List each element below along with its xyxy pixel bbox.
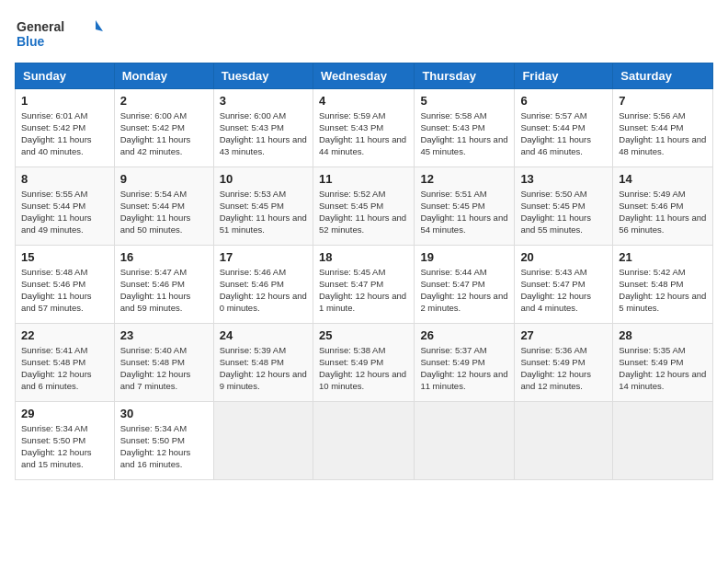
day-info: Sunrise: 5:42 AMSunset: 5:48 PMDaylight:…: [619, 266, 707, 315]
calendar-cell: 5Sunrise: 5:58 AMSunset: 5:43 PMDaylight…: [415, 88, 515, 167]
day-number: 25: [319, 328, 408, 342]
day-info: Sunrise: 5:47 AMSunset: 5:46 PMDaylight:…: [120, 266, 208, 315]
logo: General Blue: [15, 15, 107, 55]
calendar-cell: 21Sunrise: 5:42 AMSunset: 5:48 PMDayligh…: [613, 245, 713, 323]
calendar-cell: [313, 401, 414, 479]
calendar-cell: 13Sunrise: 5:50 AMSunset: 5:45 PMDayligh…: [515, 167, 613, 245]
day-number: 6: [520, 94, 607, 108]
day-info: Sunrise: 5:43 AMSunset: 5:47 PMDaylight:…: [520, 266, 607, 315]
week-row-4: 22Sunrise: 5:41 AMSunset: 5:48 PMDayligh…: [16, 323, 713, 401]
calendar-cell: 23Sunrise: 5:40 AMSunset: 5:48 PMDayligh…: [114, 323, 213, 401]
day-number: 26: [420, 328, 508, 342]
day-number: 20: [520, 250, 607, 264]
calendar-cell: 27Sunrise: 5:36 AMSunset: 5:49 PMDayligh…: [515, 323, 613, 401]
day-info: Sunrise: 6:01 AMSunset: 5:42 PMDaylight:…: [21, 109, 108, 158]
calendar-cell: 17Sunrise: 5:46 AMSunset: 5:46 PMDayligh…: [213, 245, 313, 323]
day-number: 12: [420, 172, 508, 186]
day-number: 10: [220, 172, 307, 186]
calendar-cell: 24Sunrise: 5:39 AMSunset: 5:48 PMDayligh…: [213, 323, 313, 401]
calendar-header-row: SundayMondayTuesdayWednesdayThursdayFrid…: [16, 63, 713, 88]
calendar-cell: 12Sunrise: 5:51 AMSunset: 5:45 PMDayligh…: [415, 167, 515, 245]
day-info: Sunrise: 5:50 AMSunset: 5:45 PMDaylight:…: [520, 188, 607, 236]
day-info: Sunrise: 5:51 AMSunset: 5:45 PMDaylight:…: [420, 188, 508, 236]
day-number: 18: [319, 250, 408, 264]
day-info: Sunrise: 5:38 AMSunset: 5:49 PMDaylight:…: [319, 344, 408, 393]
day-number: 11: [319, 172, 408, 186]
day-info: Sunrise: 5:49 AMSunset: 5:46 PMDaylight:…: [619, 188, 707, 236]
calendar-table: SundayMondayTuesdayWednesdayThursdayFrid…: [15, 63, 713, 480]
calendar-cell: [213, 401, 313, 479]
day-info: Sunrise: 6:00 AMSunset: 5:42 PMDaylight:…: [120, 109, 208, 158]
day-info: Sunrise: 5:40 AMSunset: 5:48 PMDaylight:…: [120, 344, 208, 393]
day-info: Sunrise: 5:34 AMSunset: 5:50 PMDaylight:…: [21, 422, 108, 471]
svg-text:Blue: Blue: [17, 34, 45, 49]
day-info: Sunrise: 5:48 AMSunset: 5:46 PMDaylight:…: [21, 266, 108, 315]
day-number: 5: [420, 94, 508, 108]
day-info: Sunrise: 5:39 AMSunset: 5:48 PMDaylight:…: [220, 344, 307, 393]
day-number: 19: [420, 250, 508, 264]
calendar-cell: 30Sunrise: 5:34 AMSunset: 5:50 PMDayligh…: [114, 401, 213, 479]
day-info: Sunrise: 5:36 AMSunset: 5:49 PMDaylight:…: [520, 344, 607, 393]
day-info: Sunrise: 5:44 AMSunset: 5:47 PMDaylight:…: [420, 266, 508, 315]
calendar-cell: 28Sunrise: 5:35 AMSunset: 5:49 PMDayligh…: [613, 323, 713, 401]
header-thursday: Thursday: [415, 63, 515, 88]
day-info: Sunrise: 5:41 AMSunset: 5:48 PMDaylight:…: [21, 344, 108, 393]
day-number: 13: [520, 172, 607, 186]
day-info: Sunrise: 5:55 AMSunset: 5:44 PMDaylight:…: [21, 188, 108, 236]
header-wednesday: Wednesday: [313, 63, 414, 88]
calendar-cell: 8Sunrise: 5:55 AMSunset: 5:44 PMDaylight…: [16, 167, 115, 245]
day-number: 14: [619, 172, 707, 186]
svg-marker-2: [96, 20, 103, 31]
day-info: Sunrise: 5:35 AMSunset: 5:49 PMDaylight:…: [619, 344, 707, 393]
day-info: Sunrise: 5:45 AMSunset: 5:47 PMDaylight:…: [319, 266, 408, 315]
page-header: General Blue: [15, 15, 713, 55]
day-number: 8: [21, 172, 108, 186]
calendar-cell: 26Sunrise: 5:37 AMSunset: 5:49 PMDayligh…: [415, 323, 515, 401]
calendar-cell: [415, 401, 515, 479]
day-info: Sunrise: 5:57 AMSunset: 5:44 PMDaylight:…: [520, 109, 607, 158]
day-info: Sunrise: 5:56 AMSunset: 5:44 PMDaylight:…: [619, 109, 707, 158]
header-saturday: Saturday: [613, 63, 713, 88]
day-number: 24: [220, 328, 307, 342]
calendar-cell: 6Sunrise: 5:57 AMSunset: 5:44 PMDaylight…: [515, 88, 613, 167]
calendar-cell: 7Sunrise: 5:56 AMSunset: 5:44 PMDaylight…: [613, 88, 713, 167]
day-number: 30: [120, 407, 208, 420]
day-number: 9: [120, 172, 208, 186]
day-info: Sunrise: 5:46 AMSunset: 5:46 PMDaylight:…: [220, 266, 307, 315]
calendar-cell: 1Sunrise: 6:01 AMSunset: 5:42 PMDaylight…: [16, 88, 115, 167]
calendar-cell: 4Sunrise: 5:59 AMSunset: 5:43 PMDaylight…: [313, 88, 414, 167]
day-number: 27: [520, 328, 607, 342]
calendar-cell: [515, 401, 613, 479]
day-info: Sunrise: 5:58 AMSunset: 5:43 PMDaylight:…: [420, 109, 508, 158]
calendar-cell: 19Sunrise: 5:44 AMSunset: 5:47 PMDayligh…: [415, 245, 515, 323]
week-row-3: 15Sunrise: 5:48 AMSunset: 5:46 PMDayligh…: [16, 245, 713, 323]
header-tuesday: Tuesday: [213, 63, 313, 88]
day-number: 2: [120, 94, 208, 108]
day-number: 1: [21, 94, 108, 108]
day-number: 17: [220, 250, 307, 264]
header-sunday: Sunday: [16, 63, 115, 88]
week-row-2: 8Sunrise: 5:55 AMSunset: 5:44 PMDaylight…: [16, 167, 713, 245]
day-number: 28: [619, 328, 707, 342]
svg-text:General: General: [17, 19, 64, 34]
header-monday: Monday: [114, 63, 213, 88]
calendar-cell: 14Sunrise: 5:49 AMSunset: 5:46 PMDayligh…: [613, 167, 713, 245]
calendar-cell: 18Sunrise: 5:45 AMSunset: 5:47 PMDayligh…: [313, 245, 414, 323]
day-info: Sunrise: 5:34 AMSunset: 5:50 PMDaylight:…: [120, 422, 208, 471]
day-number: 16: [120, 250, 208, 264]
day-number: 23: [120, 328, 208, 342]
calendar-cell: 9Sunrise: 5:54 AMSunset: 5:44 PMDaylight…: [114, 167, 213, 245]
day-info: Sunrise: 5:53 AMSunset: 5:45 PMDaylight:…: [220, 188, 307, 236]
calendar-cell: 29Sunrise: 5:34 AMSunset: 5:50 PMDayligh…: [16, 401, 115, 479]
day-number: 4: [319, 94, 408, 108]
calendar-cell: 15Sunrise: 5:48 AMSunset: 5:46 PMDayligh…: [16, 245, 115, 323]
day-number: 29: [21, 407, 108, 420]
logo-graphic: General Blue: [15, 15, 107, 55]
header-friday: Friday: [515, 63, 613, 88]
calendar-cell: 3Sunrise: 6:00 AMSunset: 5:43 PMDaylight…: [213, 88, 313, 167]
calendar-cell: 16Sunrise: 5:47 AMSunset: 5:46 PMDayligh…: [114, 245, 213, 323]
calendar-cell: 10Sunrise: 5:53 AMSunset: 5:45 PMDayligh…: [213, 167, 313, 245]
day-number: 7: [619, 94, 707, 108]
calendar-cell: [613, 401, 713, 479]
day-info: Sunrise: 5:59 AMSunset: 5:43 PMDaylight:…: [319, 109, 408, 158]
